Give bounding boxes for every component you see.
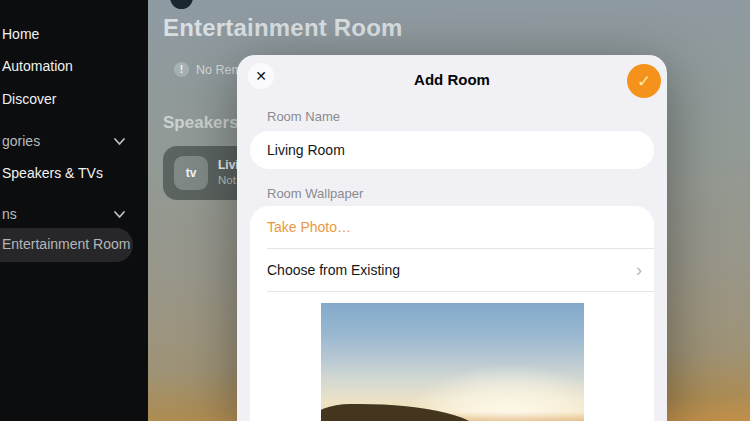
sidebar-item-discover[interactable]: Discover bbox=[2, 91, 56, 107]
choose-from-existing-label: Choose from Existing bbox=[267, 262, 400, 278]
sidebar-item-automation[interactable]: Automation bbox=[2, 58, 73, 74]
page-title: Entertainment Room bbox=[163, 14, 403, 42]
sidebar-section-categories[interactable]: gories bbox=[2, 133, 40, 149]
divider bbox=[267, 291, 654, 292]
avatar[interactable] bbox=[170, 0, 193, 9]
chevron-right-icon: › bbox=[636, 261, 642, 279]
status-text: No Rem bbox=[196, 63, 242, 77]
chevron-down-icon[interactable] bbox=[112, 207, 127, 222]
room-name-input[interactable] bbox=[250, 131, 654, 169]
apple-tv-icon: tv bbox=[174, 156, 208, 190]
sidebar: Home Automation Discover gories Speakers… bbox=[0, 0, 148, 421]
take-photo-button[interactable]: Take Photo… bbox=[250, 206, 654, 248]
sidebar-item-home[interactable]: Home bbox=[2, 26, 39, 42]
wallpaper-preview-image bbox=[321, 303, 584, 421]
wallpaper-card: Take Photo… Choose from Existing › bbox=[250, 206, 654, 421]
sidebar-item-speakers-tvs[interactable]: Speakers & TVs bbox=[2, 165, 103, 181]
modal-title: Add Room bbox=[237, 71, 667, 88]
home-app-screen: Entertainment Room ! No Rem Speakers & t… bbox=[0, 0, 750, 421]
add-room-modal: ✕ Add Room ✓ Room Name Room Wallpaper Ta… bbox=[237, 55, 667, 421]
sidebar-section-rooms[interactable]: ns bbox=[2, 206, 17, 222]
confirm-check-icon[interactable]: ✓ bbox=[627, 64, 661, 98]
status-row: ! No Rem bbox=[174, 62, 242, 77]
room-wallpaper-label: Room Wallpaper bbox=[267, 186, 363, 201]
chevron-down-icon[interactable] bbox=[112, 134, 127, 149]
exclamation-icon: ! bbox=[174, 62, 189, 77]
sidebar-item-entertainment-room[interactable]: Entertainment Room bbox=[0, 228, 133, 262]
room-name-label: Room Name bbox=[267, 109, 340, 124]
sidebar-item-label: Entertainment Room bbox=[2, 236, 130, 252]
choose-from-existing-button[interactable]: Choose from Existing › bbox=[250, 249, 654, 291]
